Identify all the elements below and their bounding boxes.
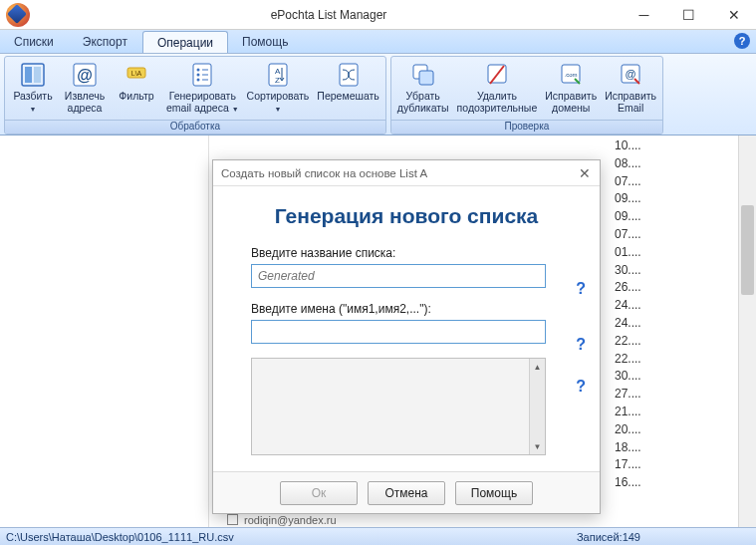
date-cell: 26.... [615, 279, 734, 297]
date-cell: 22.... [615, 333, 734, 351]
preview-textarea[interactable]: ▲ ▼ [251, 358, 546, 455]
help-button[interactable]: Помощь [455, 481, 533, 505]
svg-rect-1 [25, 67, 32, 83]
svg-text:Z: Z [275, 76, 280, 85]
names-input[interactable] [251, 320, 546, 344]
window-controls: ─ ☐ ✕ [622, 0, 756, 30]
status-path: C:\Users\Наташа\Desktop\0106_1111_RU.csv [6, 531, 234, 543]
date-cell: 27.... [615, 386, 734, 404]
textarea-scrollbar[interactable]: ▲ ▼ [529, 359, 545, 454]
cancel-button[interactable]: Отмена [368, 481, 445, 505]
svg-rect-19 [419, 71, 433, 85]
fix-domains-button[interactable]: .com Исправить домены [541, 59, 601, 116]
names-label: Введите имена ("имя1,имя2,..."): [251, 302, 562, 316]
sort-icon: AZ [264, 61, 292, 89]
ribbon-group-processing: Разбить▼ @ Извлечь адреса L\A Фильтр Ген… [4, 56, 386, 135]
generate-icon [188, 61, 216, 89]
ok-button[interactable]: Ок [280, 481, 358, 505]
date-cell: 21.... [615, 404, 734, 421]
svg-text:.com: .com [565, 72, 578, 78]
title-bar: ePochta List Manager ─ ☐ ✕ [0, 0, 756, 30]
generate-list-dialog: Создать новый список на основе List A ✕ … [212, 159, 601, 514]
minimize-button[interactable]: ─ [622, 0, 666, 30]
remove-suspicious-button[interactable]: Удалить подозрительные [453, 59, 542, 116]
dialog-close-icon[interactable]: ✕ [576, 164, 594, 182]
sort-label: Сортировать [247, 90, 310, 102]
status-bar: C:\Users\Наташа\Desktop\0106_1111_RU.csv… [0, 527, 756, 545]
group-caption-check: Проверка [391, 120, 662, 134]
generate-button[interactable]: Генерировать email адреса ▼ [162, 59, 243, 116]
ribbon-toolbar: Разбить▼ @ Извлечь адреса L\A Фильтр Ген… [0, 54, 756, 136]
menu-help[interactable]: Помощь [228, 30, 303, 53]
date-cell: 22.... [615, 351, 734, 369]
group-caption-processing: Обработка [5, 120, 385, 134]
remove-duplicates-button[interactable]: Убрать дубликаты [393, 59, 453, 116]
app-icon [6, 3, 30, 27]
extract-label: Извлечь адреса [65, 90, 105, 114]
maximize-button[interactable]: ☐ [666, 0, 711, 30]
dialog-footer: Ок Отмена Помощь [213, 471, 600, 513]
menu-operations[interactable]: Операции [142, 31, 228, 53]
at-icon: @ [71, 61, 99, 89]
shuffle-label: Перемешать [317, 90, 378, 102]
status-records: Записей:149 [577, 531, 640, 543]
svg-text:@: @ [77, 67, 93, 84]
scroll-down-icon[interactable]: ▼ [530, 438, 545, 454]
help-icon[interactable]: ? [576, 378, 586, 396]
svg-point-9 [197, 74, 200, 77]
date-cell: 10.... [615, 137, 734, 155]
grid-row-peek: rodiqin@yandex.ru [213, 512, 609, 527]
scroll-up-icon[interactable]: ▲ [530, 359, 545, 375]
date-cell: 18.... [615, 439, 734, 457]
menu-export[interactable]: Экспорт [69, 30, 142, 53]
close-button[interactable]: ✕ [711, 0, 756, 30]
split-icon [19, 61, 47, 89]
date-cell: 16.... [615, 474, 734, 492]
domains-label: Исправить домены [545, 90, 597, 114]
date-cell: 30.... [615, 262, 734, 280]
filter-icon: L\A [123, 61, 150, 89]
help-icon[interactable]: ? [734, 33, 750, 49]
date-cell: 07.... [615, 226, 734, 244]
scroll-thumb[interactable] [741, 205, 754, 295]
date-column: 10....08....07....09....09....07....01..… [615, 136, 734, 527]
sort-button[interactable]: AZ Сортировать▼ [243, 59, 314, 116]
date-cell: 24.... [615, 315, 734, 333]
dropdown-arrow-icon: ▼ [275, 106, 282, 113]
dropdown-arrow-icon: ▼ [30, 106, 37, 113]
duplicates-label: Убрать дубликаты [397, 90, 449, 114]
fix-email-label: Исправить Email [605, 90, 656, 114]
fix-email-button[interactable]: @ Исправить Email [601, 59, 660, 116]
dialog-heading: Генерация нового списка [251, 204, 562, 228]
help-icon[interactable]: ? [576, 336, 586, 354]
row-checkbox[interactable] [227, 514, 238, 525]
date-cell: 17.... [615, 456, 734, 474]
domains-icon: .com [557, 61, 585, 89]
suspicious-icon [483, 61, 511, 89]
date-cell: 09.... [615, 190, 734, 208]
extract-button[interactable]: @ Извлечь адреса [59, 59, 111, 116]
list-name-input[interactable] [251, 264, 546, 288]
svg-point-10 [197, 79, 200, 82]
ribbon-group-check: Убрать дубликаты Удалить подозрительные … [390, 56, 663, 135]
shuffle-button[interactable]: Перемешать [313, 59, 382, 104]
date-cell: 01.... [615, 244, 734, 262]
help-icon[interactable]: ? [576, 280, 586, 298]
row-email: rodiqin@yandex.ru [244, 514, 337, 526]
vertical-scrollbar[interactable] [738, 136, 756, 527]
svg-text:@: @ [625, 68, 635, 80]
filter-button[interactable]: L\A Фильтр [111, 59, 162, 104]
suspicious-label: Удалить подозрительные [457, 90, 538, 114]
svg-text:A: A [275, 67, 281, 76]
filter-label: Фильтр [119, 90, 153, 102]
duplicates-icon [409, 61, 437, 89]
split-label: Разбить [13, 90, 52, 102]
generate-label: Генерировать email адреса [166, 90, 236, 114]
svg-point-8 [197, 69, 200, 72]
date-cell: 09.... [615, 208, 734, 226]
menu-lists[interactable]: Списки [0, 30, 69, 53]
svg-rect-2 [34, 67, 41, 83]
split-button[interactable]: Разбить▼ [7, 59, 59, 116]
fix-email-icon: @ [617, 61, 644, 89]
date-cell: 20.... [615, 421, 734, 439]
